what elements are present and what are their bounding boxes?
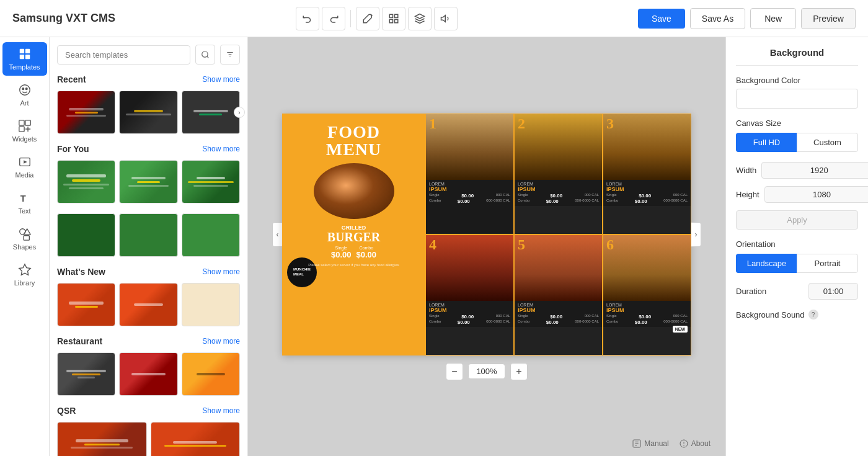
nav-item-widgets[interactable]: Widgets xyxy=(2,114,47,148)
svg-point-34 xyxy=(683,445,684,445)
nav-label-art: Art xyxy=(20,99,29,107)
show-more-qsr[interactable]: Show more xyxy=(202,406,240,415)
template-thumb[interactable] xyxy=(182,91,240,134)
svg-point-10 xyxy=(19,85,30,96)
svg-rect-21 xyxy=(24,236,29,240)
template-thumb[interactable] xyxy=(151,422,241,456)
canvas[interactable]: FOODMENU MUNCHIEMEAL GRILLED BURGER Sing… xyxy=(282,114,691,355)
template-thumb[interactable] xyxy=(57,422,147,456)
nav-item-library[interactable]: Library xyxy=(2,258,47,292)
save-button[interactable]: Save xyxy=(638,9,685,29)
template-thumb[interactable] xyxy=(182,283,240,326)
section-restaurant: Restaurant Show more xyxy=(57,336,240,396)
nav-item-media[interactable]: Media xyxy=(2,150,47,184)
nav-label-shapes: Shapes xyxy=(13,243,36,251)
width-input[interactable] xyxy=(761,162,868,179)
collapse-panel-button[interactable]: ‹ xyxy=(272,222,282,247)
template-thumb[interactable] xyxy=(57,91,115,134)
section-header-qsr: QSR Show more xyxy=(57,406,240,416)
full-hd-button[interactable]: Full HD xyxy=(736,133,797,152)
apply-button[interactable]: Apply xyxy=(736,210,858,230)
duration-row: Duration xyxy=(736,283,858,300)
paint-button[interactable] xyxy=(356,7,379,30)
template-thumb[interactable] xyxy=(57,352,115,396)
canvas-burger-label: BURGER xyxy=(327,231,381,243)
canvas-food-item-6: 6 NEW LOREM IPSUM Single $0.00 000 CAL xyxy=(603,235,691,355)
nav-item-templates[interactable]: Templates xyxy=(2,42,47,76)
canvas-munchie-badge: MUNCHIEMEAL xyxy=(287,257,317,287)
template-thumb[interactable] xyxy=(57,160,115,203)
show-more-recent[interactable]: Show more xyxy=(202,75,240,84)
template-thumb[interactable] xyxy=(182,213,240,257)
custom-button[interactable]: Custom xyxy=(797,133,858,152)
show-more-restaurant[interactable]: Show more xyxy=(202,337,240,346)
orientation-label: Orientation xyxy=(736,239,858,249)
redo-button[interactable] xyxy=(322,7,345,30)
new-button[interactable]: New xyxy=(750,8,796,29)
shapes-icon xyxy=(18,227,32,241)
about-label: About xyxy=(691,439,711,448)
template-thumb[interactable] xyxy=(182,160,240,203)
show-more-whats-new[interactable]: Show more xyxy=(202,267,240,276)
template-thumb[interactable] xyxy=(57,213,115,257)
height-input[interactable] xyxy=(764,186,868,203)
template-thumb[interactable] xyxy=(182,352,240,396)
nav-label-library: Library xyxy=(14,279,35,287)
section-title-qsr: QSR xyxy=(57,406,76,416)
template-thumb[interactable] xyxy=(119,283,177,326)
layers-button[interactable] xyxy=(408,7,432,30)
nav-label-templates: Templates xyxy=(9,63,40,71)
media-icon xyxy=(18,155,32,169)
width-label: Width xyxy=(736,166,756,175)
template-thumb[interactable] xyxy=(119,91,177,134)
canvas-food-item-1: 1 LOREM IPSUM Single $0.00 000 CAL xyxy=(425,114,514,235)
canvas-food-item-2: 2 LOREM IPSUM Single $0.00 000 CAL xyxy=(514,114,603,235)
landscape-button[interactable]: Landscape xyxy=(736,254,797,273)
zoom-in-button[interactable]: + xyxy=(510,363,528,380)
templates-next-recent[interactable]: › xyxy=(234,107,245,118)
svg-point-11 xyxy=(22,88,24,90)
svg-marker-22 xyxy=(19,264,30,275)
save-as-button[interactable]: Save As xyxy=(690,8,745,29)
icon-nav: Templates Art Widgets Media T Text Shape… xyxy=(0,37,50,456)
template-thumb[interactable] xyxy=(57,283,115,326)
expand-panel-button[interactable]: › xyxy=(691,222,701,247)
nav-item-text[interactable]: T Text xyxy=(2,186,47,220)
preview-button[interactable]: Preview xyxy=(801,8,856,29)
template-thumb[interactable] xyxy=(119,213,177,257)
background-sound-row: Background Sound ? xyxy=(736,310,858,320)
audio-button[interactable] xyxy=(434,7,458,30)
widgets-icon xyxy=(18,119,32,133)
zoom-out-button[interactable]: − xyxy=(446,363,463,380)
background-color-input[interactable] xyxy=(736,89,858,109)
duration-input[interactable] xyxy=(808,283,858,300)
canvas-food-title: FOODMENU xyxy=(326,123,382,158)
section-qsr: QSR Show more xyxy=(57,406,240,456)
grid-button[interactable] xyxy=(382,7,405,30)
section-title-recent: Recent xyxy=(57,74,86,84)
about-info: About xyxy=(679,439,711,449)
svg-rect-2 xyxy=(394,19,397,22)
section-title-for-you: For You xyxy=(57,144,89,154)
undo-button[interactable] xyxy=(296,7,319,30)
templates-row-qsr xyxy=(57,422,240,456)
help-icon[interactable]: ? xyxy=(808,310,818,320)
main-area: Templates Art Widgets Media T Text Shape… xyxy=(0,37,868,456)
show-more-for-you[interactable]: Show more xyxy=(202,145,240,153)
section-recent: Recent Show more xyxy=(57,74,240,134)
nav-label-media: Media xyxy=(16,171,34,179)
svg-text:T: T xyxy=(20,194,25,203)
canvas-allergen-note: Please select your server if you have an… xyxy=(306,263,402,267)
nav-item-shapes[interactable]: Shapes xyxy=(2,222,47,256)
portrait-button[interactable]: Portrait xyxy=(797,254,858,273)
templates-row-for-you xyxy=(57,160,240,203)
filter-button[interactable] xyxy=(220,45,240,65)
canvas-price-section: Single $0.00 Combo $0.00 xyxy=(331,246,376,259)
template-thumb[interactable] xyxy=(119,160,177,203)
search-input[interactable] xyxy=(57,45,190,65)
search-button[interactable] xyxy=(195,45,215,65)
template-thumb[interactable] xyxy=(119,352,177,396)
nav-item-art[interactable]: Art xyxy=(2,78,47,112)
width-row: Width xyxy=(736,162,858,179)
svg-rect-13 xyxy=(19,120,24,125)
